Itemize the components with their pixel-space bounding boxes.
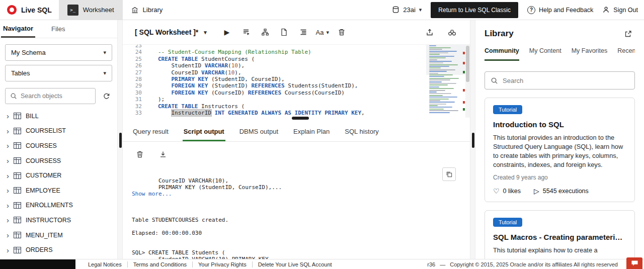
library-tab-community[interactable]: Community — [485, 47, 519, 61]
code-token: (CourseID) — [208, 89, 248, 96]
code-text[interactable] — [151, 44, 158, 49]
clear-output-button[interactable] — [133, 147, 147, 161]
worksheet-title-dropdown[interactable]: [ SQL Worksheet ]* ▾ — [135, 28, 207, 36]
library-tab-recently-viewed[interactable]: Recently Viewed — [617, 47, 635, 61]
library-tab-my-favorites[interactable]: My Favorites — [572, 47, 608, 61]
return-classic-button[interactable]: Return to Live SQL Classic — [431, 2, 518, 18]
output-line — [132, 197, 470, 204]
tab-library[interactable]: Library — [123, 0, 172, 20]
table-row-orders[interactable]: ›ORDERS — [0, 242, 117, 257]
footer-link-delete-your-live-sql-account[interactable]: Delete Your Live SQL Account — [253, 261, 338, 267]
output-tab-script-output[interactable]: Script output — [183, 128, 225, 141]
run-button[interactable]: ▶ — [219, 25, 235, 40]
right-splitter[interactable] — [470, 20, 475, 259]
footer-link-legal-notices[interactable]: Legal Notices — [83, 261, 128, 267]
code-text[interactable]: FOREIGN KEY (StudentID) REFERENCES Stude… — [151, 82, 358, 89]
help-button[interactable]: ? Help and Feedback — [527, 6, 593, 14]
chevron-down-icon[interactable]: ▾ — [419, 7, 422, 13]
copy-output-button[interactable] — [442, 167, 456, 181]
open-file-button[interactable] — [276, 25, 292, 40]
executions-stat: ▷5545 executions — [534, 188, 589, 195]
object-type-select[interactable]: Tables ▾ — [5, 65, 112, 81]
table-row-coursess[interactable]: ›COURSESS — [0, 153, 117, 168]
tab-worksheet-label: Worksheet — [83, 6, 114, 14]
card-title[interactable]: SQL Macros - Creating parameterise... — [493, 233, 626, 241]
output-tab-dbms-output[interactable]: DBMS output — [238, 128, 279, 141]
code-text[interactable]: -- Student-Course Mapping (Relationship … — [151, 49, 311, 55]
tab-files[interactable]: Files — [49, 20, 67, 38]
library-search-input[interactable] — [503, 77, 629, 84]
chevron-down-icon: ▾ — [327, 29, 330, 36]
code-token: Instructors ( — [198, 103, 245, 110]
feedback-chat-button[interactable] — [626, 257, 642, 269]
code-text[interactable]: InstructorID INT GENERATED ALWAYS AS IDE… — [151, 110, 365, 116]
find-button[interactable] — [444, 25, 460, 40]
code-text[interactable]: FOREIGN KEY (CourseID) REFERENCES Course… — [151, 89, 345, 96]
footer-link-terms-and-conditions[interactable]: Terms and Conditions — [128, 261, 193, 267]
expand-chevron-icon[interactable]: › — [7, 202, 9, 209]
signout-button[interactable]: Sign Out — [602, 6, 638, 14]
show-more-link[interactable]: Show more... — [132, 191, 470, 197]
database-selector[interactable]: 23ai ▾ — [392, 6, 422, 14]
heart-icon[interactable]: ♡ — [493, 188, 500, 195]
table-row-employee[interactable]: ›EMPLOYEE — [0, 183, 117, 198]
table-row-instructors[interactable]: ›INSTRUCTORS — [0, 213, 117, 228]
right-collapse-handle[interactable] — [472, 133, 474, 148]
refresh-button[interactable] — [99, 89, 113, 103]
editor-resize-handle[interactable] — [292, 117, 309, 120]
expand-chevron-icon[interactable]: › — [7, 112, 9, 120]
open-library-button[interactable] — [621, 27, 635, 41]
share-button[interactable] — [422, 25, 438, 40]
editor-minimap[interactable] — [426, 45, 465, 118]
search-objects-input[interactable] — [21, 93, 91, 100]
expand-chevron-icon[interactable]: › — [7, 246, 9, 254]
left-splitter[interactable] — [117, 20, 123, 259]
output-tab-sql-history[interactable]: SQL history — [344, 128, 379, 141]
code-text[interactable]: CREATE TABLE Instructors ( — [151, 103, 245, 110]
editor-scrollbar[interactable] — [465, 45, 470, 118]
likes-stat[interactable]: ♡0 likes — [493, 188, 521, 195]
download-output-button[interactable] — [156, 147, 170, 161]
font-settings-button[interactable]: Aa ▾ — [314, 25, 331, 40]
explain-plan-button[interactable] — [257, 25, 273, 40]
code-text[interactable]: CourseID VARCHAR(10), — [151, 69, 242, 76]
expand-chevron-icon[interactable]: › — [7, 231, 9, 239]
editor-scrollbar-thumb[interactable] — [466, 46, 469, 82]
library-search-box[interactable] — [485, 71, 635, 89]
library-card[interactable]: TutorialSQL Macros - Creating parameteri… — [485, 210, 635, 259]
tab-navigator[interactable]: Navigator — [1, 20, 35, 38]
tab-worksheet[interactable]: >_ Worksheet — [59, 0, 123, 20]
minimap-line — [429, 74, 453, 75]
table-row-customer[interactable]: ›CUSTOMER — [0, 168, 117, 183]
expand-chevron-icon[interactable]: › — [7, 216, 9, 224]
output-tab-explain-plan[interactable]: Explain Plan — [292, 128, 331, 141]
code-text[interactable]: PRIMARY KEY (StudentID, CourseID), — [151, 76, 285, 82]
output-tab-query-result[interactable]: Query result — [132, 128, 170, 141]
card-title[interactable]: Introduction to SQL — [493, 120, 626, 129]
expand-chevron-icon[interactable]: › — [7, 127, 9, 135]
code-editor[interactable]: 2324-- Student-Course Mapping (Relations… — [123, 44, 470, 118]
footer-link-your-privacy-rights[interactable]: Your Privacy Rights — [193, 261, 253, 267]
left-collapse-handle[interactable] — [119, 133, 122, 148]
expand-chevron-icon[interactable]: › — [7, 187, 9, 194]
schema-select[interactable]: My Schema ▾ — [5, 44, 112, 61]
clear-worksheet-button[interactable] — [334, 25, 350, 40]
expand-chevron-icon[interactable]: › — [7, 157, 9, 164]
table-row-courses[interactable]: ›COURSES — [0, 138, 117, 153]
run-script-button[interactable] — [238, 25, 254, 40]
table-row-courselist[interactable]: ›COURSELIST — [0, 124, 117, 139]
format-button[interactable] — [295, 25, 311, 40]
object-search-box[interactable] — [5, 88, 96, 104]
code-text[interactable]: StudentID VARCHAR(10), — [151, 62, 245, 69]
table-row-enrollments[interactable]: ›ENROLLMENTS — [0, 198, 117, 213]
brand-home[interactable]: Live SQL — [0, 0, 59, 20]
table-row-bill[interactable]: ›BILL — [0, 109, 117, 124]
library-tab-my-content[interactable]: My Content — [529, 47, 561, 61]
expand-chevron-icon[interactable]: › — [7, 172, 9, 180]
library-card[interactable]: TutorialIntroduction to SQLThis tutorial… — [485, 98, 635, 202]
code-token: ), — [234, 69, 241, 76]
code-text[interactable]: CREATE TABLE StudentCourses ( — [151, 56, 255, 62]
expand-chevron-icon[interactable]: › — [7, 142, 9, 149]
table-row-menu-item[interactable]: ›MENU_ITEM — [0, 228, 117, 243]
code-text[interactable]: ); — [151, 96, 165, 103]
